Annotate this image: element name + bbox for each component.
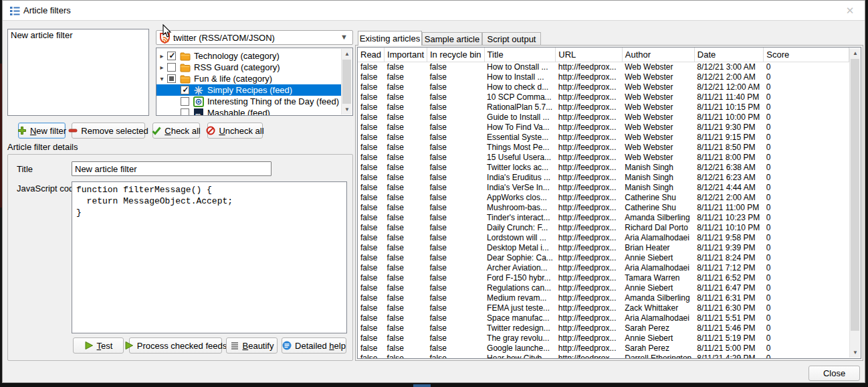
column-header-date[interactable]: Date: [694, 48, 764, 62]
check-mark-icon: ✓: [181, 84, 190, 95]
tab-script-output[interactable]: Script output: [482, 32, 541, 46]
table-cell: 0: [764, 112, 849, 123]
feed-tree[interactable]: ▸✓Technology (category)▸RSS Guard (categ…: [156, 48, 353, 116]
table-row[interactable]: falsefalsefalseHow to Onstall ...http://…: [358, 62, 849, 72]
table-row[interactable]: falsefalsefalseFord F-150 hybr...http://…: [358, 273, 849, 283]
filters-list[interactable]: New article filter: [7, 29, 149, 116]
table-row[interactable]: falsefalsefalseDesktop Metal i...http://…: [358, 243, 849, 253]
table-row[interactable]: falsefalsefalseMedium revam...http://fee…: [358, 293, 849, 303]
table-scrollbar[interactable]: ▲ ▼: [849, 48, 860, 358]
tree-row[interactable]: ✓Simply Recipes (feed): [156, 84, 341, 96]
new-filter-button[interactable]: New filter: [18, 123, 66, 139]
tree-row[interactable]: ▸✓Technology (category): [156, 50, 341, 62]
beautify-button[interactable]: Beautify: [226, 337, 278, 354]
filter-list-item[interactable]: New article filter: [8, 29, 148, 41]
expand-arrow-icon[interactable]: ▸: [156, 52, 167, 60]
table-cell: false: [358, 112, 385, 123]
checkbox[interactable]: [167, 74, 176, 83]
table-cell: false: [358, 193, 385, 203]
column-header-url[interactable]: URL: [556, 48, 622, 62]
table-cell: Mushroom-bas...: [484, 203, 556, 213]
column-header-important[interactable]: Important: [385, 48, 427, 62]
table-cell: 8/11/21 4:29 PM: [694, 354, 764, 360]
scrollbar-thumb[interactable]: [851, 59, 859, 331]
table-cell: Manish Singh: [622, 173, 694, 183]
table-row[interactable]: falsefalsefalseHear how Cityb...http://f…: [358, 354, 849, 360]
table-row[interactable]: falsefalsefalseFEMA just teste...http://…: [358, 303, 849, 313]
table-row[interactable]: falsefalsefalseSpace manufac...http://fe…: [358, 313, 849, 323]
check-all-button[interactable]: Check all: [152, 123, 200, 139]
checkbox[interactable]: [181, 97, 189, 106]
checkbox[interactable]: [181, 108, 189, 116]
column-header-title[interactable]: Title: [484, 48, 556, 62]
checkbox[interactable]: ✓: [181, 86, 189, 94]
table-row[interactable]: falsefalsefalseTwitter redesign...http:/…: [358, 323, 849, 333]
table-row[interactable]: falsefalsefalseTinder's interact...http:…: [358, 213, 849, 223]
tab-existing-articles[interactable]: Existing articles: [358, 31, 422, 46]
column-header-read[interactable]: Read: [358, 48, 385, 62]
play-icon: [124, 341, 134, 350]
table-row[interactable]: falsefalsefalse15 Useful Usera...http://…: [358, 153, 849, 163]
test-button[interactable]: Test: [73, 337, 124, 354]
table-row[interactable]: falsefalsefalseDaily Crunch: F...http://…: [358, 223, 849, 233]
table-row[interactable]: falsefalsefalseRegulations can...http://…: [358, 283, 849, 293]
table-row[interactable]: falsefalsefalseMushroom-bas...http://fee…: [358, 203, 849, 213]
scroll-down-icon[interactable]: ▼: [850, 347, 861, 358]
table-cell: false: [427, 313, 485, 323]
table-row[interactable]: falsefalsefalseIndia's VerSe In...http:/…: [358, 183, 849, 193]
tree-row[interactable]: mMashable (feed): [156, 107, 341, 116]
table-row[interactable]: falsefalsefalseHow To Find Va...http://f…: [358, 123, 849, 133]
chevron-down-icon[interactable]: ▼: [340, 33, 348, 41]
scroll-down-icon[interactable]: ▼: [342, 104, 352, 114]
table-row[interactable]: falsefalsefalseThings Most Pe...http://f…: [358, 143, 849, 153]
table-row[interactable]: falsefalsefalseLordstown will ...http://…: [358, 233, 849, 243]
table-row[interactable]: falsefalsefalseAppWorks clos...http://fe…: [358, 193, 849, 203]
mashable-favicon: m: [193, 108, 204, 117]
table-cell: false: [427, 153, 485, 163]
expand-arrow-icon[interactable]: ▸: [156, 64, 167, 71]
tree-row[interactable]: Interesting Thing of the Day (feed): [156, 96, 341, 107]
table-row[interactable]: falsefalsefalseHow to Install ...http://…: [358, 72, 849, 82]
uncheck-all-button[interactable]: Uncheck all: [207, 123, 263, 139]
table-cell: 0: [764, 92, 849, 102]
table-cell: 0: [764, 343, 849, 354]
table-cell: false: [427, 323, 485, 333]
script-code-editor[interactable]: function filterMessage() { return Messag…: [72, 181, 347, 333]
tab-sample-article[interactable]: Sample article: [422, 32, 482, 46]
table-row[interactable]: falsefalsefalseRationalPlan 5.7...http:/…: [358, 102, 849, 112]
scroll-up-icon[interactable]: ▲: [342, 49, 352, 59]
table-row[interactable]: falsefalsefalseIndia's Eruditus ...http:…: [358, 173, 849, 183]
table-row[interactable]: falsefalsefalse10 SCP Comma...http://fee…: [358, 92, 849, 102]
table-cell: false: [427, 273, 485, 283]
column-header-author[interactable]: Author: [622, 48, 694, 62]
table-cell: false: [385, 263, 427, 273]
collapse-arrow-icon[interactable]: ▾: [156, 75, 167, 82]
checkbox[interactable]: [167, 63, 176, 72]
detailed-help-button[interactable]: Detailed help: [282, 337, 346, 354]
table-row[interactable]: falsefalsefalseHow to check d...http://f…: [358, 82, 849, 92]
checkbox[interactable]: ✓: [167, 52, 176, 60]
close-button[interactable]: Close: [808, 366, 860, 381]
tree-row[interactable]: ▸RSS Guard (category): [156, 62, 341, 73]
process-checked-feeds-button[interactable]: Process checked feeds: [129, 337, 222, 354]
table-row[interactable]: falsefalsefalseThe gray revolu...http://…: [358, 333, 849, 343]
tree-scrollbar[interactable]: ▲ ▼: [341, 49, 352, 114]
table-row[interactable]: falsefalsefalseGoogle launche...http://f…: [358, 343, 849, 354]
column-header-in-recycle-bin[interactable]: In recycle bin: [427, 48, 485, 62]
column-header-score[interactable]: Score: [764, 48, 849, 62]
table-cell: 0: [764, 243, 849, 253]
table-row[interactable]: falsefalsefalseArcher Aviation...http://…: [358, 263, 849, 273]
tree-row[interactable]: ▾Fun & life (category): [156, 73, 341, 84]
table-row[interactable]: falsefalsefalseTwitter locks ac...http:/…: [358, 163, 849, 173]
scroll-up-icon[interactable]: ▲: [850, 48, 861, 58]
title-input[interactable]: [72, 161, 272, 176]
scrollbar-thumb[interactable]: [342, 60, 351, 104]
account-combo[interactable]: twitter (RSS/ATOM/JSON) ▼: [156, 30, 353, 45]
close-icon[interactable]: ✕: [843, 4, 857, 17]
table-row[interactable]: falsefalsefalseGuide to Install ...http:…: [358, 112, 849, 123]
table-cell: 8/11/21 6:52 PM: [694, 273, 764, 283]
remove-selected-button[interactable]: Remove selected: [72, 123, 145, 139]
table-row[interactable]: falsefalsefalseEssential Syste...http://…: [358, 133, 849, 143]
table-cell: Web Webster: [622, 102, 694, 112]
table-row[interactable]: falsefalsefalseDear Sophie: Ca...http://…: [358, 253, 849, 263]
